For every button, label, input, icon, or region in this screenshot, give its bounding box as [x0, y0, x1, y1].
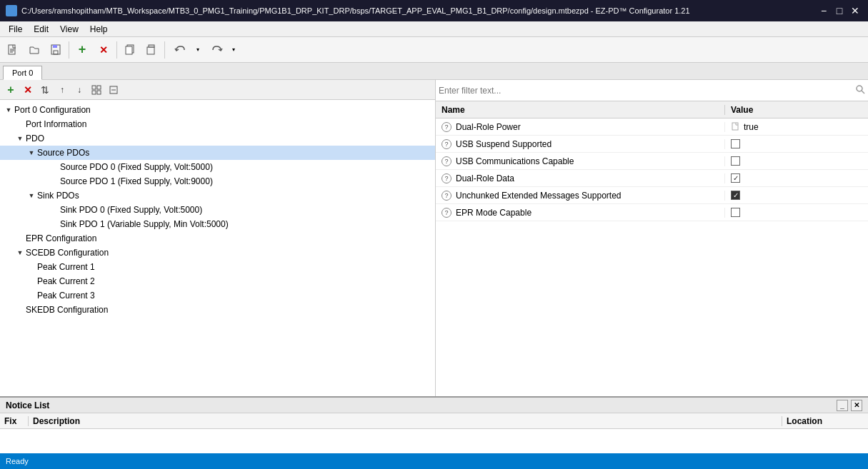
status-text: Ready [6, 457, 29, 465]
tree-item-source-pdos[interactable]: ▼ Source PDOs [0, 146, 435, 160]
toolbar: + ✕ ▾ ▾ [0, 37, 868, 63]
svg-point-17 [857, 86, 862, 91]
checkbox-usb-suspend[interactable] [731, 139, 740, 148]
notice-title: Notice List [6, 400, 49, 410]
svg-rect-14 [97, 91, 101, 94]
svg-rect-13 [92, 91, 96, 94]
svg-rect-5 [53, 45, 57, 48]
prop-row-unchunked: ? Unchunked Extended Messages Supported [436, 187, 868, 204]
tab-port0[interactable]: Port 0 [3, 66, 42, 80]
tree-toolbar: + ✕ ⇅ ↑ ↓ [0, 80, 435, 100]
tree-item-peak-current1[interactable]: ▶ Peak Current 1 [0, 260, 435, 274]
prop-name-usb-comm: USB Communications Capable [456, 156, 574, 166]
menu-view[interactable]: View [54, 23, 84, 36]
help-icon-epr-mode[interactable]: ? [442, 208, 452, 218]
svg-rect-6 [54, 51, 58, 54]
help-icon-usb-suspend[interactable]: ? [442, 139, 452, 149]
notice-area: Notice List _ ✕ Fix Description Location [0, 396, 868, 453]
maximize-button[interactable]: □ [832, 4, 847, 18]
prop-name-usb-suspend: USB Suspend Supported [456, 139, 552, 149]
status-bar: Ready [0, 453, 868, 469]
tree-toggle-sink-pdos[interactable]: ▼ [26, 192, 37, 199]
prop-row-dual-role-power: ? Dual-Role Power true [436, 118, 868, 136]
redo-dropdown[interactable]: ▾ [229, 40, 238, 60]
prop-row-usb-comm: ? USB Communications Capable [436, 153, 868, 170]
new-button[interactable] [3, 40, 23, 60]
help-icon-dual-role-power[interactable]: ? [442, 122, 452, 132]
svg-rect-11 [92, 86, 96, 89]
help-icon-usb-comm[interactable]: ? [442, 156, 452, 166]
prop-name-unchunked: Unchunked Extended Messages Supported [456, 191, 622, 201]
tree-item-skedb-config[interactable]: ▶ SKEDB Configuration [0, 303, 435, 317]
tree-down-button[interactable]: ↓ [71, 82, 87, 98]
minimize-button[interactable]: − [817, 4, 831, 18]
paste-button[interactable] [141, 40, 161, 60]
prop-name-epr-mode: EPR Mode Capable [456, 208, 532, 218]
tree-item-sink-pdos[interactable]: ▼ Sink PDOs [0, 188, 435, 203]
notice-minimize-button[interactable]: _ [837, 400, 848, 411]
help-icon-dual-role-data[interactable]: ? [442, 173, 452, 183]
checkbox-epr-mode[interactable] [731, 208, 740, 217]
tree-expand-button[interactable] [89, 82, 104, 98]
tree-remove-button[interactable]: ✕ [20, 82, 36, 98]
tree-sort-button[interactable]: ⇅ [37, 82, 53, 98]
help-icon-unchunked[interactable]: ? [442, 191, 452, 201]
undo-button[interactable] [168, 40, 194, 60]
svg-line-18 [862, 91, 864, 94]
copy-button[interactable] [120, 40, 140, 60]
checkbox-dual-role-data[interactable] [731, 173, 740, 183]
notice-body [0, 429, 868, 453]
notice-controls: _ ✕ [837, 400, 862, 411]
notice-close-button[interactable]: ✕ [851, 400, 862, 411]
undo-group: ▾ [168, 40, 202, 60]
svg-rect-9 [147, 47, 154, 54]
prop-name-dual-role-power: Dual-Role Power [456, 122, 521, 132]
undo-dropdown[interactable]: ▾ [194, 40, 202, 60]
tree-item-sink-pdo0[interactable]: ▶ Sink PDO 0 (Fixed Supply, Volt:5000) [0, 203, 435, 217]
filter-input[interactable] [439, 86, 855, 96]
delete-button[interactable]: ✕ [94, 40, 114, 60]
tree-item-port0-config[interactable]: ▼ Port 0 Configuration [0, 103, 435, 117]
doc-icon-dual-role-power [731, 122, 741, 132]
tree-container: ▼ Port 0 Configuration ▶ Port Informatio… [0, 100, 435, 396]
tree-collapse-button[interactable] [106, 82, 121, 98]
tree-item-source-pdo0[interactable]: ▶ Source PDO 0 (Fixed Supply, Volt:5000) [0, 160, 435, 174]
checkbox-usb-comm[interactable] [731, 156, 740, 166]
properties-table: Name Value ? Dual-Role Power true [436, 101, 868, 396]
prop-value-dual-role-power: true [744, 122, 759, 132]
prop-row-dual-role-data: ? Dual-Role Data [436, 170, 868, 187]
checkbox-unchunked[interactable] [731, 191, 740, 200]
tree-item-peak-current2[interactable]: ▶ Peak Current 2 [0, 274, 435, 288]
save-button[interactable] [46, 40, 66, 60]
close-button[interactable]: ✕ [848, 4, 862, 18]
tree-item-scedb-config[interactable]: ▼ SCEDB Configuration [0, 246, 435, 260]
redo-button[interactable] [204, 40, 229, 60]
tree-item-sink-pdo1[interactable]: ▶ Sink PDO 1 (Variable Supply, Min Volt:… [0, 217, 435, 231]
tab-bar: Port 0 [0, 63, 868, 80]
add-button[interactable]: + [72, 40, 92, 60]
title-text: C:/Users/ramshopitham/MTB_Workspace/MTB3… [21, 6, 817, 15]
filter-icon [855, 84, 865, 96]
main-content: Port 0 + ✕ ⇅ ↑ ↓ [0, 63, 868, 453]
tree-add-button[interactable]: + [3, 82, 19, 98]
prop-row-epr-mode: ? EPR Mode Capable [436, 204, 868, 221]
tree-item-epr-config[interactable]: ▶ EPR Configuration [0, 231, 435, 246]
svg-rect-8 [126, 46, 132, 54]
notice-header: Notice List _ ✕ [0, 398, 868, 413]
open-button[interactable] [24, 40, 44, 60]
tree-toggle-pdo[interactable]: ▼ [14, 135, 26, 142]
tree-toggle-source-pdos[interactable]: ▼ [26, 149, 37, 156]
menu-edit[interactable]: Edit [28, 23, 54, 36]
tree-toggle-port0-config[interactable]: ▼ [3, 106, 14, 114]
tree-item-source-pdo1[interactable]: ▶ Source PDO 1 (Fixed Supply, Volt:9000) [0, 174, 435, 188]
tree-item-port-info[interactable]: ▶ Port Information [0, 117, 435, 131]
menu-file[interactable]: File [3, 23, 28, 36]
title-bar: C:/Users/ramshopitham/MTB_Workspace/MTB3… [0, 0, 868, 21]
tree-up-button[interactable]: ↑ [54, 82, 70, 98]
tree-item-peak-current3[interactable]: ▶ Peak Current 3 [0, 288, 435, 303]
menu-help[interactable]: Help [84, 23, 114, 36]
header-value: Value [725, 105, 868, 115]
tree-item-pdo[interactable]: ▼ PDO [0, 131, 435, 146]
app-icon [6, 5, 17, 16]
tree-toggle-scedb[interactable]: ▼ [14, 249, 26, 256]
